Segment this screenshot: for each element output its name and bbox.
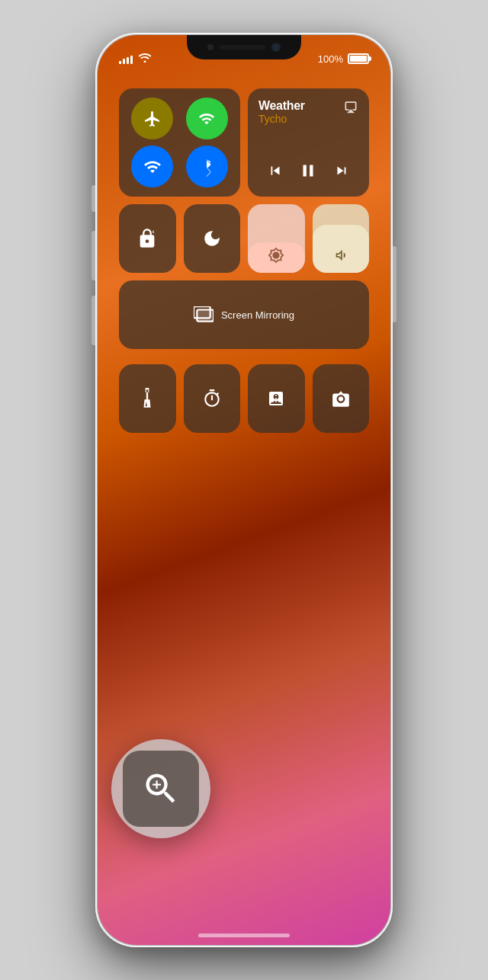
volume-up-button bbox=[92, 231, 95, 280]
timer-tile[interactable] bbox=[184, 364, 241, 433]
front-camera bbox=[271, 43, 281, 52]
svg-point-6 bbox=[275, 398, 277, 399]
pause-icon bbox=[298, 160, 318, 181]
brightness-tile[interactable] bbox=[248, 204, 305, 273]
media-tile: Weather Tycho bbox=[248, 88, 369, 197]
next-icon bbox=[332, 162, 352, 179]
airplane-mode-button[interactable] bbox=[131, 98, 173, 139]
media-artist: Tycho bbox=[258, 113, 305, 125]
brightness-icon bbox=[268, 247, 284, 264]
lock-rotation-icon bbox=[136, 228, 158, 249]
airplay-icon bbox=[343, 99, 358, 114]
svg-point-9 bbox=[275, 401, 277, 402]
flashlight-icon bbox=[140, 388, 155, 409]
signal-bar-3 bbox=[127, 57, 129, 64]
power-button bbox=[393, 246, 396, 322]
status-left bbox=[119, 53, 151, 65]
svg-point-4 bbox=[278, 395, 280, 396]
calculator-icon bbox=[267, 389, 285, 408]
phone-frame: 100% bbox=[95, 33, 393, 947]
phone-screen: 100% bbox=[98, 35, 390, 945]
svg-point-7 bbox=[278, 398, 280, 399]
earpiece-grill bbox=[220, 45, 265, 50]
signal-bar-1 bbox=[119, 61, 121, 64]
signal-bars bbox=[119, 53, 133, 64]
bluetooth-button[interactable] bbox=[186, 146, 228, 187]
volume-tile[interactable] bbox=[313, 204, 370, 273]
airplay-button[interactable] bbox=[343, 99, 358, 118]
svg-point-5 bbox=[272, 398, 274, 399]
prev-track-button[interactable] bbox=[265, 162, 285, 184]
magnifier-button[interactable] bbox=[123, 751, 199, 827]
volume-icon bbox=[332, 247, 349, 264]
camera-icon bbox=[331, 390, 351, 407]
svg-point-3 bbox=[275, 395, 277, 396]
cellular-icon bbox=[198, 110, 215, 127]
screen-mirroring-icon bbox=[194, 306, 214, 323]
svg-point-8 bbox=[272, 401, 274, 402]
screen-mirroring-tile[interactable]: Screen Mirroring bbox=[119, 280, 369, 349]
volume-down-button bbox=[92, 296, 95, 345]
flashlight-tile[interactable] bbox=[119, 364, 176, 433]
screen-mirroring-label: Screen Mirroring bbox=[221, 309, 294, 321]
battery-percentage: 100% bbox=[318, 53, 343, 65]
media-header: Weather Tycho bbox=[258, 99, 358, 125]
prev-icon bbox=[265, 162, 285, 179]
earpiece-dot bbox=[207, 44, 214, 50]
media-info: Weather Tycho bbox=[258, 99, 305, 125]
battery-icon bbox=[348, 53, 369, 64]
notch bbox=[187, 35, 301, 59]
magnifier-circle bbox=[111, 739, 210, 838]
battery-fill bbox=[350, 56, 367, 62]
do-not-disturb-tile[interactable] bbox=[184, 204, 241, 273]
media-title: Weather bbox=[258, 99, 305, 113]
cellular-button[interactable] bbox=[186, 98, 228, 139]
magnifier-icon bbox=[141, 769, 181, 809]
connectivity-tile bbox=[119, 88, 240, 197]
svg-rect-1 bbox=[197, 310, 214, 322]
magnifier-overlay bbox=[111, 739, 210, 838]
wifi-status-icon bbox=[139, 53, 151, 65]
screen-lock-tile[interactable] bbox=[119, 204, 176, 273]
timer-icon bbox=[202, 389, 222, 408]
wifi-button[interactable] bbox=[131, 146, 173, 187]
svg-point-2 bbox=[272, 395, 274, 396]
camera-tile[interactable] bbox=[313, 364, 370, 433]
signal-bar-4 bbox=[130, 56, 133, 64]
svg-point-10 bbox=[278, 401, 280, 402]
pause-button[interactable] bbox=[298, 160, 318, 186]
airplane-icon bbox=[143, 110, 162, 128]
wifi-icon bbox=[143, 158, 162, 176]
home-indicator bbox=[198, 934, 290, 937]
next-track-button[interactable] bbox=[332, 162, 352, 184]
control-center: Weather Tycho bbox=[111, 81, 377, 440]
status-right: 100% bbox=[318, 53, 369, 65]
mute-button bbox=[92, 185, 95, 212]
bluetooth-icon bbox=[200, 157, 214, 177]
moon-icon bbox=[202, 229, 222, 248]
media-controls bbox=[258, 154, 358, 186]
signal-bar-2 bbox=[123, 59, 125, 64]
calculator-tile[interactable] bbox=[248, 364, 305, 433]
